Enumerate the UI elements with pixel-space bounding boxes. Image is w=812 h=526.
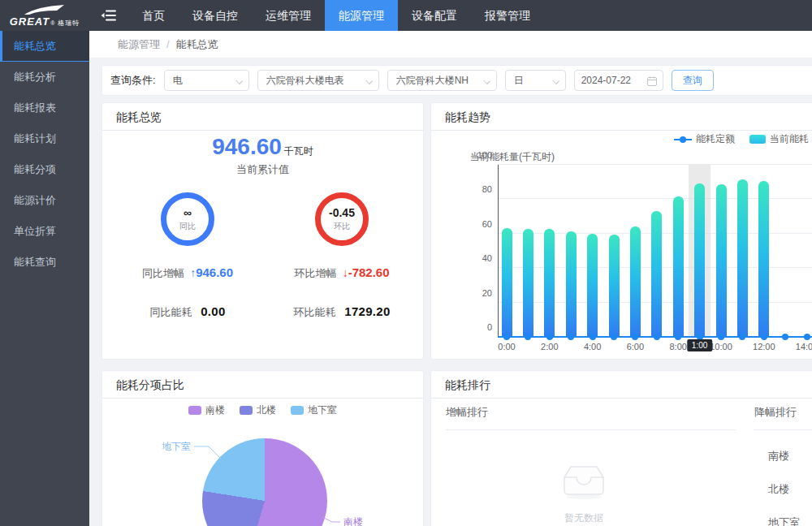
trend-bar[interactable] — [587, 234, 598, 337]
quota-line-point[interactable] — [739, 334, 745, 340]
quota-line-point[interactable] — [525, 334, 531, 340]
x-axis-tick-label: 8:00 — [669, 342, 686, 351]
node-select[interactable]: 六院骨科大楼NH — [387, 70, 497, 91]
rank-item-north[interactable]: 北楼 — [754, 482, 812, 497]
nav-item-energy-management[interactable]: 能源管理 — [325, 0, 398, 31]
pie-legend-south[interactable]: 南楼 — [188, 403, 225, 417]
breadcrumb-separator: / — [166, 38, 170, 50]
chevron-down-icon — [365, 77, 373, 84]
trend-bar[interactable] — [544, 229, 555, 337]
trend-bar[interactable] — [651, 211, 662, 337]
trend-legend: 能耗定额 当前能耗 — [674, 132, 809, 146]
brand-reg-mark: ® — [50, 20, 54, 26]
sidebar-item-energy-plan[interactable]: 能耗计划 — [0, 123, 89, 154]
trend-bar[interactable] — [694, 183, 705, 337]
quota-line-point[interactable] — [632, 334, 638, 340]
trend-card-title: 能耗趋势 — [431, 103, 812, 131]
pie-chart[interactable] — [202, 438, 327, 526]
x-axis-tick-label: 10:00 — [710, 342, 732, 351]
yoy-growth-label: 同比增幅 — [142, 267, 184, 279]
nav-item-device-autocontrol[interactable]: 设备自控 — [179, 0, 252, 31]
increase-ranking-section: 增幅排行 暂无数据 — [446, 405, 736, 525]
quota-line-point[interactable] — [503, 334, 510, 340]
quota-line-point[interactable] — [718, 334, 724, 340]
nav-item-ops-management[interactable]: 运维管理 — [252, 0, 325, 31]
sidebar-item-energy-analysis[interactable]: 能耗分析 — [0, 62, 89, 93]
total-consumption: 946.60千瓦时 — [102, 134, 423, 160]
mom-ring: -0.45 环比 — [315, 192, 369, 246]
increase-ranking-title: 增幅排行 — [446, 405, 736, 420]
total-consumption-caption: 当前累计值 — [102, 162, 423, 177]
pie-legend: 南楼 北楼 地下室 — [102, 403, 423, 417]
rank-item-south[interactable]: 南楼 — [754, 449, 812, 463]
breadcrumb-parent[interactable]: 能源管理 — [118, 37, 160, 52]
trend-chart-plot: 0204060801000:002:004:006:008:0010:0012:… — [498, 165, 812, 337]
sidebar-item-energy-subentry[interactable]: 能耗分项 — [0, 154, 89, 185]
sidebar-item-unit-conversion[interactable]: 单位折算 — [0, 216, 89, 247]
yoy-growth-value: 946.60 — [196, 265, 233, 279]
pie-legend-north[interactable]: 北楼 — [240, 403, 276, 417]
energy-overview-card: 能耗总览 946.60千瓦时 当前累计值 ∞ 同比 -0.45 环比 — [102, 102, 424, 360]
chevron-down-icon — [483, 77, 490, 84]
trend-bar[interactable] — [758, 181, 769, 337]
legend-line-label[interactable]: 能耗定额 — [696, 132, 735, 146]
quota-line-point[interactable] — [590, 334, 596, 340]
quota-line-point[interactable] — [804, 334, 810, 340]
nav-item-device-config[interactable]: 设备配置 — [398, 0, 471, 31]
quota-line-point[interactable] — [546, 334, 553, 340]
query-submit-button[interactable]: 查询 — [672, 70, 714, 91]
yoy-ring: ∞ 同比 — [161, 192, 214, 246]
trend-bar[interactable] — [673, 196, 684, 337]
calendar-icon — [647, 76, 657, 86]
divider — [754, 429, 812, 430]
rank-item-basement[interactable]: 地下室 — [754, 515, 812, 526]
trend-bar[interactable] — [737, 179, 748, 337]
pie-legend-basement[interactable]: 地下室 — [291, 403, 337, 417]
quota-line-point[interactable] — [568, 334, 574, 340]
yoy-energy-value: 0.00 — [201, 304, 225, 318]
quota-line-point[interactable] — [675, 334, 681, 340]
y-axis-tick-label: 100 — [477, 150, 492, 160]
sidebar-item-energy-report[interactable]: 能耗报表 — [0, 93, 89, 123]
sidebar-item-energy-pricing[interactable]: 能源计价 — [0, 185, 89, 216]
nav-item-home[interactable]: 首页 — [128, 0, 179, 31]
period-value: 日 — [514, 74, 524, 88]
quota-line-point[interactable] — [782, 334, 788, 340]
yoy-growth-row: 同比增幅 ↑946.60 — [107, 265, 268, 281]
chevron-down-icon — [552, 77, 559, 84]
trend-bar[interactable] — [716, 184, 727, 337]
decrease-ranking-section: 降幅排行 南楼 北楼 地下室 — [754, 405, 812, 526]
mom-growth-value: -782.60 — [348, 265, 390, 279]
date-value: 2024-07-22 — [581, 75, 631, 86]
quota-line-point[interactable] — [611, 334, 617, 340]
quota-line-point[interactable] — [654, 334, 660, 340]
trend-bar[interactable] — [566, 231, 577, 337]
node-value: 六院骨科大楼NH — [396, 74, 469, 88]
period-select[interactable]: 日 — [505, 70, 566, 91]
legend-bar-label[interactable]: 当前能耗 — [770, 132, 809, 146]
mom-growth-label: 环比增幅 — [294, 267, 336, 279]
menu-fold-icon[interactable] — [89, 0, 128, 31]
energy-subentry-pie-card: 能耗分项占比 南楼 北楼 地下室 地下室 南楼 — [102, 370, 424, 526]
meter-select[interactable]: 六院骨科大楼电表 — [257, 70, 379, 91]
trend-bar[interactable] — [630, 226, 641, 337]
chevron-down-icon — [235, 77, 243, 84]
nav-item-alarm-management[interactable]: 报警管理 — [471, 0, 544, 31]
mom-energy-value: 1729.20 — [344, 304, 390, 318]
breadcrumb: 能源管理 / 能耗总览 — [89, 31, 812, 58]
divider — [446, 429, 736, 430]
trend-bar[interactable] — [523, 229, 533, 337]
energy-type-select[interactable]: 电 — [164, 70, 249, 91]
pie-label-south: 南楼 — [343, 516, 363, 526]
sidebar-item-energy-overview[interactable]: 能耗总览 — [0, 31, 89, 62]
y-axis-tick-label: 60 — [482, 219, 492, 229]
sidebar-item-energy-query[interactable]: 能耗查询 — [0, 247, 89, 278]
quota-line-point[interactable] — [761, 334, 767, 340]
x-axis-tick-label: 2:00 — [541, 342, 558, 351]
trend-bar[interactable] — [609, 235, 620, 337]
y-axis-tick-label: 20 — [482, 288, 492, 298]
date-picker[interactable]: 2024-07-22 — [574, 70, 663, 91]
trend-bar[interactable] — [502, 228, 512, 337]
gridline — [498, 164, 812, 165]
south-legend-swatch — [188, 406, 201, 415]
